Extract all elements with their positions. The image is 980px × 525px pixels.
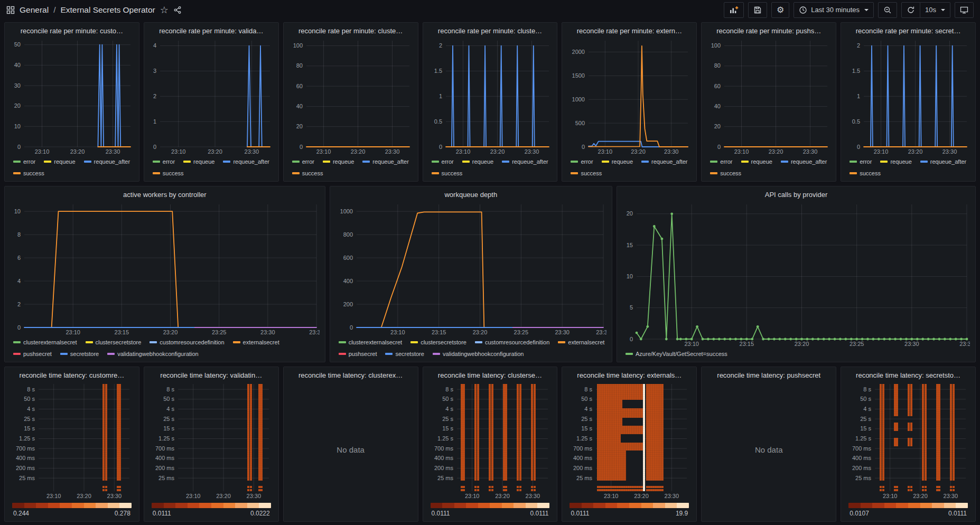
legend-item[interactable]: clusterexternalsecret <box>13 339 77 346</box>
panel-title[interactable]: workqueue depth <box>335 190 606 200</box>
panel-title[interactable]: reconcile rate per minute: cluste… <box>428 26 552 36</box>
legend-item[interactable]: clustersecretstore <box>410 339 466 346</box>
legend-item[interactable]: success <box>571 170 602 177</box>
heatmap[interactable]: 23:1023:2023:308 s50 s4 s25 s15 s1.25 s7… <box>150 382 273 500</box>
add-panel-button[interactable] <box>724 2 744 18</box>
legend-item[interactable]: externalsecret <box>233 339 279 346</box>
chart[interactable]: 23:1023:2023:3001020304050 <box>10 38 134 155</box>
chart[interactable]: 23:1023:2023:30020406080100 <box>707 38 830 155</box>
chart[interactable]: 23:1023:2023:30020406080100 <box>289 38 413 155</box>
legend-item[interactable]: success <box>153 170 184 177</box>
panel-title[interactable]: API calls by provider <box>622 190 970 200</box>
panel-title[interactable]: reconcile time latency: externals… <box>567 370 691 381</box>
legend-item[interactable]: requeue <box>183 158 214 165</box>
panel-title[interactable]: reconcile rate per minute: secret… <box>846 26 970 36</box>
chart[interactable]: 23:1023:2023:3000.511.52 <box>428 38 552 155</box>
heatmap[interactable]: 23:1023:2023:308 s50 s4 s25 s15 s1.25 s7… <box>567 382 691 500</box>
favorite-star-icon[interactable]: ☆ <box>160 6 169 14</box>
legend-item[interactable]: clusterexternalsecret <box>339 339 403 346</box>
save-dashboard-button[interactable] <box>748 2 767 18</box>
panel-title[interactable]: active workers by controller <box>10 190 320 200</box>
heatmap[interactable]: 23:1023:2023:308 s50 s4 s25 s15 s1.25 s7… <box>846 382 970 500</box>
legend-item[interactable]: pushsecret <box>339 350 377 358</box>
add-panel-icon <box>729 6 739 14</box>
legend-item[interactable]: error <box>292 158 314 165</box>
scale-min: 0.0107 <box>850 510 869 517</box>
legend-item[interactable]: error <box>571 158 593 165</box>
svg-text:23:10: 23:10 <box>390 329 405 335</box>
panel-title[interactable]: reconcile time latency: pushsecret <box>707 370 830 381</box>
legend-item[interactable]: requeue_after <box>223 158 269 165</box>
heatmap[interactable]: 23:1023:2023:308 s50 s4 s25 s15 s1.25 s7… <box>10 382 134 500</box>
chart[interactable]: 23:1023:2023:3001234 <box>150 38 273 155</box>
panel-title[interactable]: reconcile time latency: validatin… <box>150 370 273 381</box>
chart[interactable]: 23:1023:1523:2023:2523:3023:350200400600… <box>335 201 606 336</box>
legend-item[interactable]: clustersecretstore <box>86 339 142 346</box>
legend-item[interactable]: customresourcedefinition <box>150 339 224 346</box>
chart[interactable]: 23:1023:1523:2023:2523:3023:350246810 <box>10 201 320 336</box>
panel-title[interactable]: reconcile time latency: clusterex… <box>289 370 413 381</box>
panel-title[interactable]: reconcile time latency: customre… <box>10 370 134 381</box>
legend-item[interactable]: error <box>153 158 175 165</box>
svg-text:23:35: 23:35 <box>596 329 606 335</box>
legend-item[interactable]: customresourcedefinition <box>475 339 549 346</box>
legend-item[interactable]: success <box>710 170 741 177</box>
panel-title[interactable]: reconcile time latency: secretsto… <box>846 370 970 381</box>
refresh-interval-select[interactable]: 10s <box>920 2 950 18</box>
svg-text:23:35: 23:35 <box>959 341 970 347</box>
legend-item[interactable]: Azure/KeyVault/GetSecret=success <box>626 350 727 358</box>
panel-title[interactable]: reconcile rate per minute: extern… <box>567 26 691 36</box>
panel-title[interactable]: reconcile rate per minute: cluste… <box>289 26 413 36</box>
chart[interactable]: 23:1023:2023:300500100015002000 <box>567 38 691 155</box>
color-scale-gradient <box>152 503 271 508</box>
chart[interactable]: 23:1023:2023:3000.511.52 <box>846 38 970 155</box>
time-range-picker[interactable]: Last 30 minutes <box>794 2 874 18</box>
breadcrumb-page-title[interactable]: External Secrets Operator <box>60 5 155 15</box>
legend-swatch <box>292 161 300 163</box>
panel-title[interactable]: reconcile rate per minute: custo… <box>10 26 134 36</box>
legend-item[interactable]: success <box>432 170 463 177</box>
heatmap-cells <box>247 486 252 491</box>
legend-item[interactable]: requeue <box>44 158 75 165</box>
legend-item[interactable]: success <box>850 170 881 177</box>
legend-item[interactable]: requeue_after <box>84 158 130 165</box>
legend-item[interactable]: externalsecret <box>558 339 604 346</box>
heatmap[interactable]: 23:1023:2023:308 s50 s4 s25 s15 s1.25 s7… <box>428 382 552 500</box>
legend-item[interactable]: requeue <box>602 158 633 165</box>
share-icon[interactable] <box>173 6 182 14</box>
legend-item[interactable]: requeue <box>880 158 911 165</box>
legend-item[interactable]: requeue_after <box>362 158 409 165</box>
refresh-button[interactable] <box>901 2 920 18</box>
legend-item[interactable]: error <box>432 158 454 165</box>
legend-item[interactable]: error <box>710 158 732 165</box>
cycle-view-mode-button[interactable] <box>955 2 974 18</box>
legend-item[interactable]: validatingwebhookconfiguration <box>107 350 199 358</box>
svg-text:8 s: 8 s <box>166 386 174 392</box>
svg-text:40: 40 <box>14 62 21 68</box>
legend-item[interactable]: secretstore <box>385 350 424 358</box>
legend-item[interactable]: pushsecret <box>13 350 52 358</box>
legend-item[interactable]: requeue <box>462 158 493 165</box>
legend-item[interactable]: success <box>13 170 44 177</box>
legend-item[interactable]: error <box>13 158 35 165</box>
apps-grid-icon[interactable] <box>6 6 15 14</box>
legend-item[interactable]: secretstore <box>60 350 99 358</box>
legend-item[interactable]: requeue <box>741 158 772 165</box>
legend-item[interactable]: requeue_after <box>502 158 548 165</box>
panel-title[interactable]: reconcile rate per minute: pushs… <box>707 26 830 36</box>
panel-title[interactable]: reconcile rate per minute: valida… <box>150 26 273 36</box>
legend-item[interactable]: success <box>292 170 323 177</box>
breadcrumb-section[interactable]: General <box>20 5 49 15</box>
dashboard-settings-button[interactable]: ⚙ <box>771 2 789 18</box>
zoom-out-button[interactable] <box>878 2 897 18</box>
panel-title[interactable]: reconcile time latency: clusterse… <box>428 370 552 381</box>
legend-item[interactable]: requeue_after <box>920 158 967 165</box>
legend-item[interactable]: requeue_after <box>781 158 827 165</box>
legend-item[interactable]: requeue_after <box>641 158 688 165</box>
legend-item[interactable]: requeue <box>323 158 354 165</box>
legend-swatch <box>153 161 160 163</box>
legend-item[interactable]: validatingwebhookconfiguration <box>433 350 524 358</box>
svg-text:23:10: 23:10 <box>874 148 889 155</box>
legend-item[interactable]: error <box>850 158 872 165</box>
chart[interactable]: 23:1023:1523:2023:2523:3023:3505101520 <box>622 201 970 348</box>
